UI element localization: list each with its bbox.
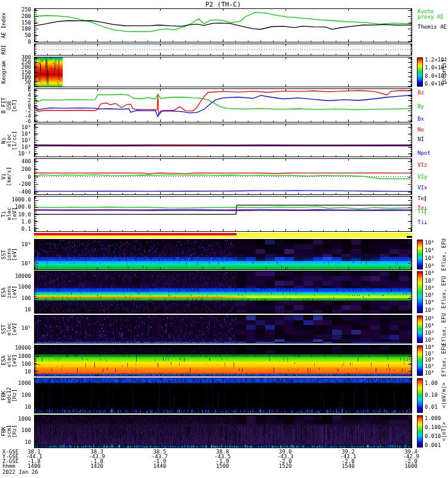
x-minor-tick <box>72 193 73 194</box>
y-major-tick <box>408 430 412 431</box>
x-tick-top <box>348 415 349 417</box>
y-tick-labels: 10⁶10⁵ <box>4 239 32 270</box>
x-tick-top <box>35 159 35 161</box>
x-minor-tick <box>148 155 148 157</box>
x-tick <box>97 311 98 313</box>
y-tick-label: 10000 <box>15 273 31 278</box>
x-minor-tick <box>135 230 136 231</box>
x-tick-top <box>160 315 161 317</box>
x-tick <box>35 341 35 343</box>
y-major-tick <box>35 406 38 407</box>
bottom-axis-value: 1440 <box>153 464 166 468</box>
y-major-tick <box>35 287 38 288</box>
x-tick <box>35 373 35 376</box>
x-tick-top <box>411 378 412 380</box>
x-minor-tick <box>173 230 173 231</box>
legend-item-Kyoto: Kyotoproxy AE <box>418 9 443 20</box>
x-tick-top <box>348 57 349 59</box>
legend-item-Bz: Bz <box>418 90 424 96</box>
y-major-tick <box>408 16 412 17</box>
minor-ticks-right <box>410 197 412 231</box>
x-minor-tick <box>148 121 148 122</box>
bottom-axis-row: hhmm1400142014401500152015401600 <box>0 464 448 468</box>
x-tick-top <box>97 9 98 11</box>
x-minor-tick <box>85 193 85 194</box>
x-tick-top <box>348 240 349 241</box>
x-minor-tick <box>110 41 111 42</box>
y-major-tick <box>408 364 412 364</box>
x-minor-tick <box>298 121 299 122</box>
y-tick-label: 10⁴ <box>22 131 31 136</box>
y-tick-label: 10 <box>24 369 31 375</box>
x-tick <box>160 410 161 413</box>
x-minor-tick <box>185 193 186 194</box>
x-minor-tick <box>198 54 198 55</box>
x-minor-tick <box>273 155 274 157</box>
colorbar-tick-label: 10⁵ <box>425 364 434 369</box>
y-major-tick <box>35 215 38 215</box>
y-major-tick <box>408 287 412 288</box>
x-minor-tick <box>398 193 399 194</box>
x-minor-tick <box>60 193 60 194</box>
y-major-tick <box>35 384 38 384</box>
y-major-tick <box>408 10 412 11</box>
colorbar-esa-elec <box>417 345 423 376</box>
x-tick <box>223 410 223 413</box>
x-minor-tick <box>60 41 60 42</box>
y-tick-label: 1.0 <box>22 219 31 224</box>
colorbar-tick-label: 10² <box>425 330 434 335</box>
colorbar-sst-ions <box>417 240 423 269</box>
x-minor-tick <box>361 193 361 194</box>
legend-vi: VIzVIyVIx <box>418 158 448 195</box>
line-chart-ti <box>35 197 412 231</box>
plot-area-bfit <box>34 88 412 122</box>
x-tick <box>160 154 161 157</box>
colorbar-tick-label: 10⁶ <box>425 357 434 363</box>
x-tick <box>97 373 98 376</box>
y-major-tick <box>408 245 412 246</box>
y-major-tick <box>35 192 38 192</box>
x-tick-top <box>411 415 412 417</box>
panel-bfit: B FITGSE[nT]-6-4-20246BzByBx <box>0 88 448 122</box>
y-major-tick <box>408 96 412 96</box>
bottom-axis-value: 1600 <box>404 464 418 468</box>
y-major-tick <box>35 41 38 42</box>
x-minor-tick <box>185 41 186 42</box>
x-minor-tick <box>198 193 198 194</box>
x-minor-tick <box>72 155 73 157</box>
line-chart-ae <box>35 9 412 42</box>
x-tick <box>97 341 98 343</box>
colorbar-tick-label: 0.100 <box>425 424 441 430</box>
x-minor-tick <box>311 230 311 231</box>
y-major-tick <box>408 41 412 42</box>
y-major-tick <box>35 276 38 277</box>
x-tick <box>97 53 98 55</box>
x-minor-tick <box>173 41 173 42</box>
x-minor-tick <box>386 230 386 231</box>
x-tick <box>286 120 286 122</box>
x-tick <box>348 341 349 343</box>
plot-area-fbk-scm1 <box>34 415 412 448</box>
y-major-tick <box>35 23 38 23</box>
x-minor-tick <box>210 193 211 194</box>
x-tick-top <box>286 57 286 59</box>
x-tick <box>35 154 35 157</box>
x-minor-tick <box>298 41 299 42</box>
x-tick-top <box>35 124 35 126</box>
y-tick-label: 10⁶ <box>22 124 31 130</box>
x-tick <box>348 120 349 122</box>
colorbar-unit-label: <|mV/m|> <box>441 378 447 413</box>
x-tick-top <box>35 415 35 417</box>
y-major-tick <box>408 328 412 329</box>
colorbar-tick-label: 10³ <box>425 307 434 312</box>
x-minor-tick <box>110 155 111 157</box>
bottom-axis-value: 1400 <box>27 464 41 468</box>
y-major-tick <box>408 276 412 277</box>
x-tick-top <box>286 9 286 11</box>
x-minor-tick <box>336 230 336 231</box>
y-major-tick <box>408 90 412 91</box>
x-tick-top <box>160 124 161 126</box>
y-major-tick <box>408 58 412 59</box>
colorbar-unit-text: <|mV/m|> <box>441 382 447 408</box>
minor-ticks-left <box>35 197 36 231</box>
